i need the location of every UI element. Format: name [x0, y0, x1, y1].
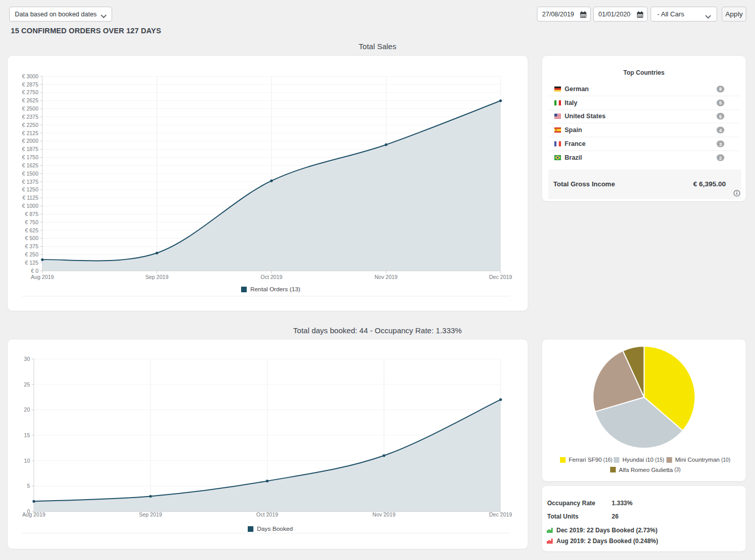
svg-text:€ 250: € 250	[25, 251, 38, 257]
svg-text:€ 2750: € 2750	[22, 89, 38, 95]
svg-text:€ 1000: € 1000	[22, 203, 38, 209]
svg-text:€ 2625: € 2625	[22, 97, 38, 103]
svg-text:15: 15	[24, 432, 30, 438]
svg-text:€ 1625: € 1625	[22, 162, 38, 168]
svg-text:Oct 2019: Oct 2019	[261, 274, 283, 280]
svg-text:€ 500: € 500	[25, 235, 38, 241]
svg-text:€ 2875: € 2875	[22, 81, 38, 88]
svg-text:€ 1250: € 1250	[22, 186, 38, 192]
svg-text:€ 750: € 750	[25, 219, 38, 225]
svg-text:25: 25	[24, 381, 30, 387]
svg-text:€ 2250: € 2250	[22, 122, 38, 128]
svg-text:Dec 2019: Dec 2019	[489, 511, 512, 518]
svg-text:Dec 2019: Dec 2019	[489, 274, 512, 280]
svg-text:€ 875: € 875	[25, 211, 38, 217]
svg-text:20: 20	[24, 406, 30, 413]
svg-text:€ 1500: € 1500	[22, 170, 38, 177]
svg-text:€ 2000: € 2000	[22, 138, 38, 144]
svg-text:€ 2500: € 2500	[22, 105, 38, 112]
svg-text:€ 1875: € 1875	[22, 146, 38, 152]
svg-text:Aug 2019: Aug 2019	[31, 274, 54, 280]
svg-text:€ 625: € 625	[25, 227, 38, 233]
svg-text:€ 1125: € 1125	[23, 195, 38, 201]
svg-text:Sep 2019: Sep 2019	[145, 274, 168, 280]
svg-text:€ 1750: € 1750	[22, 154, 38, 160]
svg-text:€ 375: € 375	[25, 243, 38, 249]
svg-text:€ 1375: € 1375	[22, 179, 38, 185]
svg-text:€ 125: € 125	[25, 260, 38, 266]
svg-text:€ 0: € 0	[31, 268, 38, 274]
svg-text:Nov 2019: Nov 2019	[375, 274, 398, 280]
svg-text:Nov 2019: Nov 2019	[373, 511, 396, 518]
svg-text:€ 2375: € 2375	[22, 114, 38, 120]
svg-text:30: 30	[24, 356, 30, 362]
svg-text:Sep 2019: Sep 2019	[139, 511, 162, 518]
svg-text:€ 2125: € 2125	[22, 130, 38, 136]
svg-text:Aug 2019: Aug 2019	[23, 511, 46, 518]
svg-text:5: 5	[27, 483, 30, 489]
svg-text:€ 3000: € 3000	[22, 73, 38, 79]
svg-text:Oct 2019: Oct 2019	[256, 511, 278, 518]
svg-text:10: 10	[24, 458, 30, 464]
